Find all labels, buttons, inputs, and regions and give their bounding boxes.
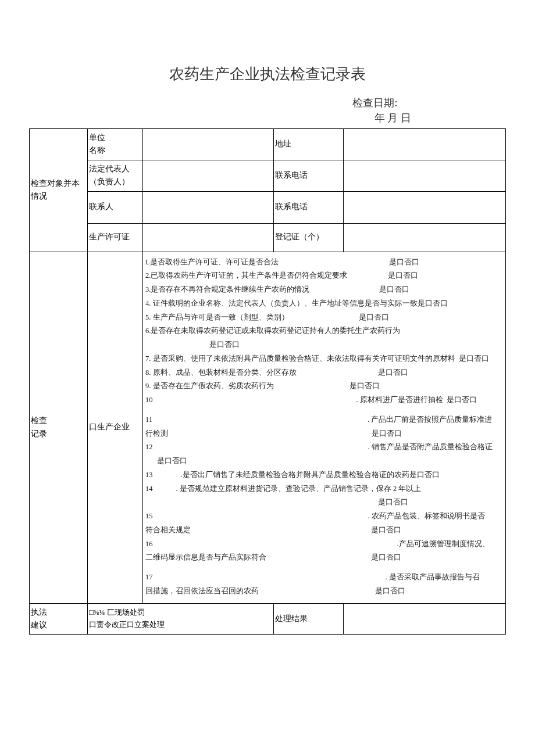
value-contact xyxy=(143,191,274,223)
value-unit-name xyxy=(143,129,274,160)
label-result: 处理结果 xyxy=(274,603,344,635)
advice-boxes: □⅜⅛ 匚现场处罚 口责令改正口立案处理 xyxy=(88,603,274,635)
item-16-text: .产品可追溯管理制度情况、 xyxy=(397,540,490,548)
item-6: 6.是否存在未取得农药登记证或未取得农药登记证持有人的委托生产农药行为 xyxy=(145,327,400,335)
item-4: 4. 证件载明的企业名称、法定代表人（负责人）、生产地址等信息是否与实际一致是口… xyxy=(145,299,448,307)
item-13-num: 13 xyxy=(145,471,153,479)
yn-15: 是口否口 xyxy=(371,526,401,534)
item-3: 3.是否存在不再符合规定条件继续生产农药的情况 xyxy=(145,285,309,293)
check-date-label: 检查日期: xyxy=(244,96,506,110)
label-reg-cert: 登记证（个） xyxy=(274,223,344,252)
item-5: 5. 生产产品与许可是否一致（剂型、类别） xyxy=(145,313,289,321)
item-17-text: . 是否采取产品事故报告与召 xyxy=(386,573,480,581)
item-8: 8. 原料、成品、包装材料是否分类、分区存放 xyxy=(145,368,297,377)
item-11-num: 11 xyxy=(145,415,152,424)
item-14-text: . 是否规范建立原材料进货记录、查验记录、产品销售记录，保存 2 年以上 xyxy=(176,485,422,493)
item-16-num: 16 xyxy=(145,540,153,548)
value-result xyxy=(344,603,506,635)
yn-2: 是口否口 xyxy=(388,271,418,280)
yn-3: 是口否口 xyxy=(379,285,409,293)
yn-9: 是口否口 xyxy=(349,382,380,390)
page-title: 农药生产企业执法检查记录表 xyxy=(29,64,506,84)
yn-11: 是口否口 xyxy=(372,429,402,438)
yn-7: 是口否口 xyxy=(459,354,489,363)
item-16-sub: 二维码显示信息是否与产品实际符合 xyxy=(145,553,266,561)
item-11-text: . 产品出厂前是否按照产品质量标准进 xyxy=(368,415,492,424)
value-reg-cert xyxy=(344,223,506,252)
yn-10: 是口否口 xyxy=(447,396,477,404)
item-10-text: . 原材料进厂是否进行抽检 xyxy=(356,396,443,404)
value-address xyxy=(344,129,506,160)
item-10-num: 10 xyxy=(145,396,153,404)
check-items: L是否取得生产许可证、许可证是否合法是口否口 2.已取得农药生产许可证的，其生产… xyxy=(143,252,506,603)
item-15-num: 15 xyxy=(145,512,153,520)
yn-12: 是口否口 xyxy=(157,457,187,465)
label-address: 地址 xyxy=(274,129,344,160)
item-12-text: . 销售产品是否附产品质量检验合格证 xyxy=(368,443,493,451)
item-12-num: 12 xyxy=(145,443,153,451)
yn-14: 是口否口 xyxy=(378,498,408,506)
label-contact: 联系人 xyxy=(88,191,143,223)
value-legal-rep xyxy=(143,160,274,191)
label-prod-license: 生产许可证 xyxy=(88,223,143,252)
item-1: L是否取得生产许可证、许可证是否合法 xyxy=(145,258,279,266)
label-legal-rep: 法定代表人（负责人） xyxy=(88,160,143,191)
item-17-sub: 回措施，召回依法应当召回的农药 xyxy=(145,587,259,595)
yn-16: 是口否口 xyxy=(371,553,401,561)
record-table: 检查对象并本情况 单位 名称 地址 法定代表人（负责人） 联系电话 联系人 联系… xyxy=(29,128,506,635)
item-9: 9. 是否存在生产假农药、劣质农药行为 xyxy=(145,382,274,390)
item-14-num: 14 xyxy=(145,485,153,493)
section-basic: 检查对象并本情况 xyxy=(30,129,88,252)
yn-6: 是口否口 xyxy=(209,341,240,349)
yn-17: 是口否口 xyxy=(375,587,405,595)
value-phone2 xyxy=(344,191,506,223)
section-advice: 执法 建议 xyxy=(30,603,88,635)
label-unit-name: 单位 名称 xyxy=(88,129,143,160)
yn-1: 是口否口 xyxy=(389,258,419,266)
item-11-sub: 行检测 xyxy=(145,429,168,438)
item-13-text: .是否出厂销售了未经质量检验合格并附具产品质量检验合格证的农药是口否口 xyxy=(181,471,440,479)
check-date-value: 年 月 日 xyxy=(279,111,506,125)
yn-8: 是口否口 xyxy=(378,368,408,377)
item-15-text: . 农药产品包装、标签和说明书是否 xyxy=(368,512,485,520)
item-7: 7. 是否采购、使用了未依法附具产品质量检验合格证、未依法取得有关许可证明文件的… xyxy=(145,354,455,363)
item-17-num: 17 xyxy=(145,573,153,581)
value-prod-license xyxy=(143,223,274,252)
item-2: 2.已取得农药生产许可证的，其生产条件是否仍符合规定要求 xyxy=(145,271,347,280)
section-check: 检查 记录 xyxy=(30,252,88,603)
label-phone2: 联系电话 xyxy=(274,191,344,223)
yn-5: 是口否口 xyxy=(359,313,389,321)
enterprise-type: 口生产企业 xyxy=(88,252,143,603)
item-15-sub: 符合相关规定 xyxy=(145,526,191,534)
label-phone1: 联系电话 xyxy=(274,160,344,191)
value-phone1 xyxy=(344,160,506,191)
